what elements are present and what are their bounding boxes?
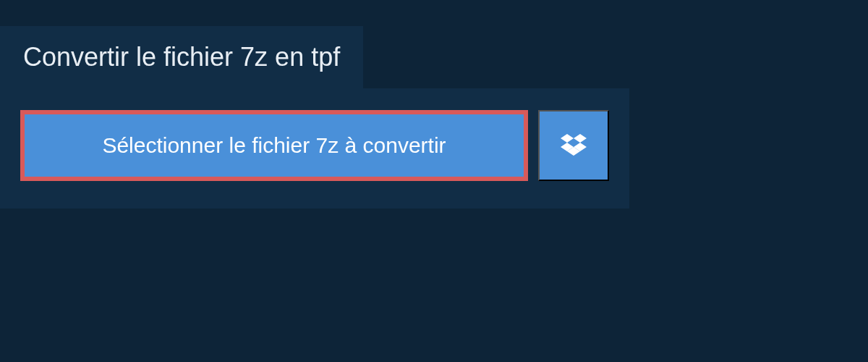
select-file-label: Sélectionner le fichier 7z à convertir bbox=[102, 133, 446, 157]
select-file-button[interactable]: Sélectionner le fichier 7z à convertir bbox=[20, 110, 528, 181]
upload-panel: Sélectionner le fichier 7z à convertir bbox=[0, 88, 629, 209]
dropbox-icon bbox=[561, 132, 587, 160]
dropbox-button[interactable] bbox=[538, 110, 609, 181]
button-row: Sélectionner le fichier 7z à convertir bbox=[20, 110, 609, 181]
page-title-tab: Convertir le fichier 7z en tpf bbox=[0, 26, 363, 88]
page-title: Convertir le fichier 7z en tpf bbox=[23, 42, 340, 72]
